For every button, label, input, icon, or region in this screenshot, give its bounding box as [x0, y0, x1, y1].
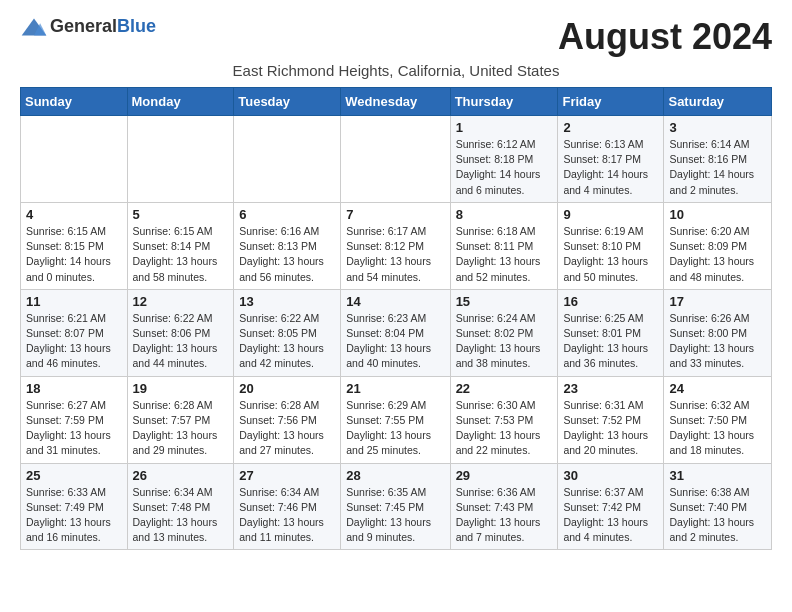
- day-number: 21: [346, 381, 444, 396]
- calendar-cell: 15Sunrise: 6:24 AM Sunset: 8:02 PM Dayli…: [450, 289, 558, 376]
- day-number: 2: [563, 120, 658, 135]
- day-info: Sunrise: 6:20 AM Sunset: 8:09 PM Dayligh…: [669, 224, 766, 285]
- day-number: 15: [456, 294, 553, 309]
- calendar-cell: [127, 116, 234, 203]
- calendar-week-4: 18Sunrise: 6:27 AM Sunset: 7:59 PM Dayli…: [21, 376, 772, 463]
- calendar-cell: 7Sunrise: 6:17 AM Sunset: 8:12 PM Daylig…: [341, 202, 450, 289]
- day-info: Sunrise: 6:23 AM Sunset: 8:04 PM Dayligh…: [346, 311, 444, 372]
- calendar-cell: 14Sunrise: 6:23 AM Sunset: 8:04 PM Dayli…: [341, 289, 450, 376]
- day-number: 27: [239, 468, 335, 483]
- calendar-cell: 18Sunrise: 6:27 AM Sunset: 7:59 PM Dayli…: [21, 376, 128, 463]
- calendar-cell: 5Sunrise: 6:15 AM Sunset: 8:14 PM Daylig…: [127, 202, 234, 289]
- day-number: 4: [26, 207, 122, 222]
- day-number: 7: [346, 207, 444, 222]
- calendar-cell: 24Sunrise: 6:32 AM Sunset: 7:50 PM Dayli…: [664, 376, 772, 463]
- day-info: Sunrise: 6:12 AM Sunset: 8:18 PM Dayligh…: [456, 137, 553, 198]
- day-number: 22: [456, 381, 553, 396]
- calendar-cell: 6Sunrise: 6:16 AM Sunset: 8:13 PM Daylig…: [234, 202, 341, 289]
- calendar-cell: 25Sunrise: 6:33 AM Sunset: 7:49 PM Dayli…: [21, 463, 128, 550]
- calendar-cell: 12Sunrise: 6:22 AM Sunset: 8:06 PM Dayli…: [127, 289, 234, 376]
- calendar-cell: 2Sunrise: 6:13 AM Sunset: 8:17 PM Daylig…: [558, 116, 664, 203]
- day-number: 11: [26, 294, 122, 309]
- calendar-cell: [234, 116, 341, 203]
- day-info: Sunrise: 6:34 AM Sunset: 7:46 PM Dayligh…: [239, 485, 335, 546]
- day-info: Sunrise: 6:26 AM Sunset: 8:00 PM Dayligh…: [669, 311, 766, 372]
- day-info: Sunrise: 6:18 AM Sunset: 8:11 PM Dayligh…: [456, 224, 553, 285]
- day-number: 19: [133, 381, 229, 396]
- day-number: 8: [456, 207, 553, 222]
- day-info: Sunrise: 6:13 AM Sunset: 8:17 PM Dayligh…: [563, 137, 658, 198]
- subtitle: East Richmond Heights, California, Unite…: [20, 62, 772, 79]
- day-number: 24: [669, 381, 766, 396]
- calendar-cell: 20Sunrise: 6:28 AM Sunset: 7:56 PM Dayli…: [234, 376, 341, 463]
- day-info: Sunrise: 6:17 AM Sunset: 8:12 PM Dayligh…: [346, 224, 444, 285]
- weekday-header-wednesday: Wednesday: [341, 88, 450, 116]
- calendar-week-2: 4Sunrise: 6:15 AM Sunset: 8:15 PM Daylig…: [21, 202, 772, 289]
- day-info: Sunrise: 6:14 AM Sunset: 8:16 PM Dayligh…: [669, 137, 766, 198]
- day-info: Sunrise: 6:22 AM Sunset: 8:05 PM Dayligh…: [239, 311, 335, 372]
- calendar-cell: 9Sunrise: 6:19 AM Sunset: 8:10 PM Daylig…: [558, 202, 664, 289]
- day-number: 23: [563, 381, 658, 396]
- day-number: 1: [456, 120, 553, 135]
- day-info: Sunrise: 6:15 AM Sunset: 8:14 PM Dayligh…: [133, 224, 229, 285]
- calendar-cell: 28Sunrise: 6:35 AM Sunset: 7:45 PM Dayli…: [341, 463, 450, 550]
- day-number: 10: [669, 207, 766, 222]
- calendar-cell: 16Sunrise: 6:25 AM Sunset: 8:01 PM Dayli…: [558, 289, 664, 376]
- day-number: 3: [669, 120, 766, 135]
- weekday-header-thursday: Thursday: [450, 88, 558, 116]
- day-info: Sunrise: 6:16 AM Sunset: 8:13 PM Dayligh…: [239, 224, 335, 285]
- day-info: Sunrise: 6:33 AM Sunset: 7:49 PM Dayligh…: [26, 485, 122, 546]
- day-number: 25: [26, 468, 122, 483]
- day-number: 17: [669, 294, 766, 309]
- day-number: 18: [26, 381, 122, 396]
- day-info: Sunrise: 6:22 AM Sunset: 8:06 PM Dayligh…: [133, 311, 229, 372]
- logo-general: General: [50, 16, 117, 36]
- weekday-header-friday: Friday: [558, 88, 664, 116]
- day-info: Sunrise: 6:27 AM Sunset: 7:59 PM Dayligh…: [26, 398, 122, 459]
- day-number: 6: [239, 207, 335, 222]
- day-number: 16: [563, 294, 658, 309]
- calendar-cell: 8Sunrise: 6:18 AM Sunset: 8:11 PM Daylig…: [450, 202, 558, 289]
- day-info: Sunrise: 6:38 AM Sunset: 7:40 PM Dayligh…: [669, 485, 766, 546]
- calendar-table: SundayMondayTuesdayWednesdayThursdayFrid…: [20, 87, 772, 550]
- calendar-cell: 19Sunrise: 6:28 AM Sunset: 7:57 PM Dayli…: [127, 376, 234, 463]
- logo-icon: [20, 17, 48, 37]
- calendar-cell: 1Sunrise: 6:12 AM Sunset: 8:18 PM Daylig…: [450, 116, 558, 203]
- calendar-week-3: 11Sunrise: 6:21 AM Sunset: 8:07 PM Dayli…: [21, 289, 772, 376]
- day-number: 14: [346, 294, 444, 309]
- day-number: 13: [239, 294, 335, 309]
- logo-blue: Blue: [117, 16, 156, 36]
- weekday-header-saturday: Saturday: [664, 88, 772, 116]
- calendar-week-5: 25Sunrise: 6:33 AM Sunset: 7:49 PM Dayli…: [21, 463, 772, 550]
- calendar-cell: 21Sunrise: 6:29 AM Sunset: 7:55 PM Dayli…: [341, 376, 450, 463]
- day-info: Sunrise: 6:35 AM Sunset: 7:45 PM Dayligh…: [346, 485, 444, 546]
- day-info: Sunrise: 6:15 AM Sunset: 8:15 PM Dayligh…: [26, 224, 122, 285]
- weekday-header-monday: Monday: [127, 88, 234, 116]
- month-title: August 2024: [558, 16, 772, 58]
- calendar-cell: 4Sunrise: 6:15 AM Sunset: 8:15 PM Daylig…: [21, 202, 128, 289]
- day-number: 30: [563, 468, 658, 483]
- calendar-cell: 27Sunrise: 6:34 AM Sunset: 7:46 PM Dayli…: [234, 463, 341, 550]
- day-info: Sunrise: 6:28 AM Sunset: 7:56 PM Dayligh…: [239, 398, 335, 459]
- day-info: Sunrise: 6:32 AM Sunset: 7:50 PM Dayligh…: [669, 398, 766, 459]
- day-info: Sunrise: 6:28 AM Sunset: 7:57 PM Dayligh…: [133, 398, 229, 459]
- calendar-cell: 30Sunrise: 6:37 AM Sunset: 7:42 PM Dayli…: [558, 463, 664, 550]
- day-number: 12: [133, 294, 229, 309]
- day-number: 29: [456, 468, 553, 483]
- day-info: Sunrise: 6:31 AM Sunset: 7:52 PM Dayligh…: [563, 398, 658, 459]
- weekday-header-sunday: Sunday: [21, 88, 128, 116]
- calendar-cell: 13Sunrise: 6:22 AM Sunset: 8:05 PM Dayli…: [234, 289, 341, 376]
- weekday-header-tuesday: Tuesday: [234, 88, 341, 116]
- day-info: Sunrise: 6:34 AM Sunset: 7:48 PM Dayligh…: [133, 485, 229, 546]
- logo: GeneralBlue: [20, 16, 156, 37]
- calendar-cell: 17Sunrise: 6:26 AM Sunset: 8:00 PM Dayli…: [664, 289, 772, 376]
- calendar-cell: 23Sunrise: 6:31 AM Sunset: 7:52 PM Dayli…: [558, 376, 664, 463]
- calendar-cell: 31Sunrise: 6:38 AM Sunset: 7:40 PM Dayli…: [664, 463, 772, 550]
- day-info: Sunrise: 6:36 AM Sunset: 7:43 PM Dayligh…: [456, 485, 553, 546]
- day-info: Sunrise: 6:37 AM Sunset: 7:42 PM Dayligh…: [563, 485, 658, 546]
- day-info: Sunrise: 6:30 AM Sunset: 7:53 PM Dayligh…: [456, 398, 553, 459]
- day-number: 5: [133, 207, 229, 222]
- day-number: 9: [563, 207, 658, 222]
- calendar-cell: 11Sunrise: 6:21 AM Sunset: 8:07 PM Dayli…: [21, 289, 128, 376]
- day-info: Sunrise: 6:19 AM Sunset: 8:10 PM Dayligh…: [563, 224, 658, 285]
